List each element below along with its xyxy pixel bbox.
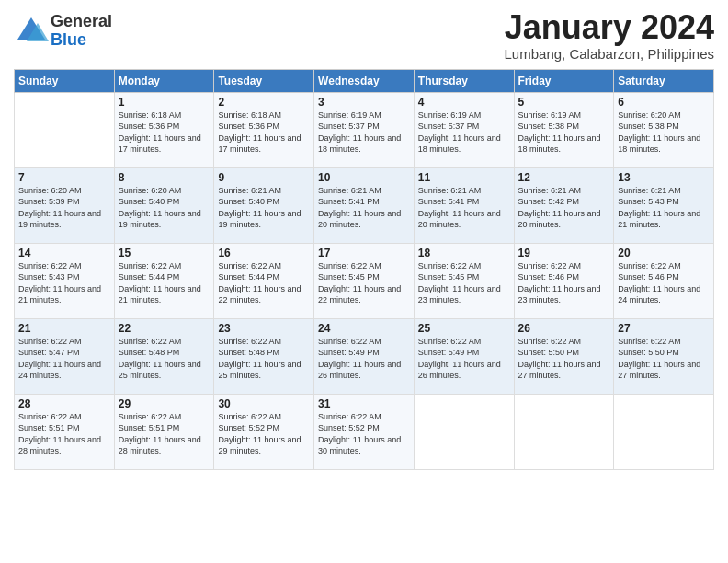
- day-detail: Sunrise: 6:21 AMSunset: 5:40 PMDaylight:…: [218, 185, 310, 231]
- cell-w3-d5: 18 Sunrise: 6:22 AMSunset: 5:45 PMDaylig…: [414, 243, 514, 318]
- day-detail: Sunrise: 6:22 AMSunset: 5:44 PMDaylight:…: [218, 260, 310, 306]
- logo-general-text: General: [51, 13, 112, 31]
- col-wednesday: Wednesday: [314, 69, 415, 92]
- day-detail: Sunrise: 6:21 AMSunset: 5:41 PMDaylight:…: [318, 185, 410, 231]
- day-number: 29: [119, 397, 210, 410]
- col-thursday: Thursday: [414, 69, 514, 92]
- day-number: 16: [218, 247, 310, 259]
- day-detail: Sunrise: 6:18 AMSunset: 5:36 PMDaylight:…: [119, 109, 210, 155]
- month-title: January 2024: [505, 9, 714, 46]
- logo: General Blue: [14, 13, 112, 50]
- day-number: 4: [418, 96, 510, 109]
- day-number: 6: [618, 96, 710, 109]
- cell-w1-d5: 4 Sunrise: 6:19 AMSunset: 5:37 PMDayligh…: [414, 92, 514, 167]
- cell-w2-d3: 9 Sunrise: 6:21 AMSunset: 5:40 PMDayligh…: [214, 167, 314, 243]
- cell-w5-d3: 30 Sunrise: 6:22 AMSunset: 5:52 PMDaylig…: [214, 394, 314, 469]
- week-row-2: 7 Sunrise: 6:20 AMSunset: 5:39 PMDayligh…: [15, 167, 714, 243]
- day-number: 10: [318, 171, 410, 184]
- col-monday: Monday: [114, 69, 214, 92]
- day-number: 27: [618, 322, 710, 335]
- cell-w5-d6: [514, 394, 614, 469]
- day-detail: Sunrise: 6:22 AMSunset: 5:45 PMDaylight:…: [318, 260, 410, 306]
- cell-w4-d5: 25 Sunrise: 6:22 AMSunset: 5:49 PMDaylig…: [414, 318, 514, 394]
- page-container: General Blue January 2024 Lumbang, Calab…: [0, 0, 728, 479]
- cell-w2-d6: 12 Sunrise: 6:21 AMSunset: 5:42 PMDaylig…: [514, 167, 614, 243]
- day-detail: Sunrise: 6:22 AMSunset: 5:50 PMDaylight:…: [618, 336, 710, 382]
- day-number: 22: [119, 322, 210, 335]
- day-number: 1: [119, 96, 210, 109]
- day-number: 3: [318, 96, 410, 109]
- cell-w4-d1: 21 Sunrise: 6:22 AMSunset: 5:47 PMDaylig…: [15, 318, 115, 394]
- day-detail: Sunrise: 6:20 AMSunset: 5:40 PMDaylight:…: [119, 185, 210, 231]
- day-detail: Sunrise: 6:20 AMSunset: 5:38 PMDaylight:…: [618, 109, 710, 155]
- day-number: 17: [318, 247, 410, 259]
- day-detail: Sunrise: 6:22 AMSunset: 5:49 PMDaylight:…: [318, 336, 410, 382]
- cell-w3-d3: 16 Sunrise: 6:22 AMSunset: 5:44 PMDaylig…: [214, 243, 314, 318]
- col-tuesday: Tuesday: [214, 69, 314, 92]
- location: Lumbang, Calabarzon, Philippines: [505, 46, 714, 62]
- week-row-5: 28 Sunrise: 6:22 AMSunset: 5:51 PMDaylig…: [15, 394, 714, 469]
- day-detail: Sunrise: 6:22 AMSunset: 5:52 PMDaylight:…: [318, 411, 410, 457]
- cell-w3-d1: 14 Sunrise: 6:22 AMSunset: 5:43 PMDaylig…: [15, 243, 115, 318]
- day-number: 14: [18, 247, 110, 259]
- cell-w1-d6: 5 Sunrise: 6:19 AMSunset: 5:38 PMDayligh…: [514, 92, 614, 167]
- day-detail: Sunrise: 6:22 AMSunset: 5:46 PMDaylight:…: [518, 260, 610, 306]
- day-number: 28: [18, 397, 110, 410]
- cell-w2-d5: 11 Sunrise: 6:21 AMSunset: 5:41 PMDaylig…: [414, 167, 514, 243]
- day-number: 31: [318, 397, 410, 410]
- cell-w1-d1: [15, 92, 115, 167]
- col-sunday: Sunday: [15, 69, 115, 92]
- cell-w4-d3: 23 Sunrise: 6:22 AMSunset: 5:48 PMDaylig…: [214, 318, 314, 394]
- day-detail: Sunrise: 6:21 AMSunset: 5:41 PMDaylight:…: [418, 185, 510, 231]
- cell-w5-d7: [614, 394, 714, 469]
- col-friday: Friday: [514, 69, 614, 92]
- cell-w1-d3: 2 Sunrise: 6:18 AMSunset: 5:36 PMDayligh…: [214, 92, 314, 167]
- week-row-3: 14 Sunrise: 6:22 AMSunset: 5:43 PMDaylig…: [15, 243, 714, 318]
- day-number: 25: [418, 322, 510, 335]
- title-block: January 2024 Lumbang, Calabarzon, Philip…: [505, 9, 714, 62]
- week-row-1: 1 Sunrise: 6:18 AMSunset: 5:36 PMDayligh…: [15, 92, 714, 167]
- day-number: 5: [518, 96, 610, 109]
- day-number: 19: [518, 247, 610, 259]
- day-detail: Sunrise: 6:22 AMSunset: 5:49 PMDaylight:…: [418, 336, 510, 382]
- calendar-table: Sunday Monday Tuesday Wednesday Thursday…: [14, 69, 714, 470]
- cell-w4-d2: 22 Sunrise: 6:22 AMSunset: 5:48 PMDaylig…: [114, 318, 214, 394]
- day-number: 24: [318, 322, 410, 335]
- day-number: 26: [518, 322, 610, 335]
- day-detail: Sunrise: 6:22 AMSunset: 5:50 PMDaylight:…: [518, 336, 610, 382]
- header: General Blue January 2024 Lumbang, Calab…: [14, 9, 714, 62]
- day-number: 18: [418, 247, 510, 259]
- day-detail: Sunrise: 6:18 AMSunset: 5:36 PMDaylight:…: [218, 109, 310, 155]
- cell-w1-d4: 3 Sunrise: 6:19 AMSunset: 5:37 PMDayligh…: [314, 92, 415, 167]
- day-number: 30: [218, 397, 310, 410]
- day-number: 11: [418, 171, 510, 184]
- day-detail: Sunrise: 6:22 AMSunset: 5:43 PMDaylight:…: [18, 260, 110, 306]
- day-number: 2: [218, 96, 310, 109]
- day-number: 21: [18, 322, 110, 335]
- logo-blue-text: Blue: [51, 31, 112, 50]
- cell-w2-d2: 8 Sunrise: 6:20 AMSunset: 5:40 PMDayligh…: [114, 167, 214, 243]
- cell-w5-d1: 28 Sunrise: 6:22 AMSunset: 5:51 PMDaylig…: [15, 394, 115, 469]
- cell-w2-d1: 7 Sunrise: 6:20 AMSunset: 5:39 PMDayligh…: [15, 167, 115, 243]
- cell-w4-d7: 27 Sunrise: 6:22 AMSunset: 5:50 PMDaylig…: [614, 318, 714, 394]
- day-detail: Sunrise: 6:22 AMSunset: 5:44 PMDaylight:…: [119, 260, 210, 306]
- day-detail: Sunrise: 6:22 AMSunset: 5:52 PMDaylight:…: [218, 411, 310, 457]
- day-detail: Sunrise: 6:19 AMSunset: 5:37 PMDaylight:…: [418, 109, 510, 155]
- day-number: 15: [119, 247, 210, 259]
- day-detail: Sunrise: 6:21 AMSunset: 5:43 PMDaylight:…: [618, 185, 710, 231]
- cell-w4-d4: 24 Sunrise: 6:22 AMSunset: 5:49 PMDaylig…: [314, 318, 415, 394]
- cell-w3-d4: 17 Sunrise: 6:22 AMSunset: 5:45 PMDaylig…: [314, 243, 415, 318]
- day-detail: Sunrise: 6:22 AMSunset: 5:51 PMDaylight:…: [119, 411, 210, 457]
- day-detail: Sunrise: 6:22 AMSunset: 5:45 PMDaylight:…: [418, 260, 510, 306]
- cell-w4-d6: 26 Sunrise: 6:22 AMSunset: 5:50 PMDaylig…: [514, 318, 614, 394]
- col-saturday: Saturday: [614, 69, 714, 92]
- day-detail: Sunrise: 6:22 AMSunset: 5:47 PMDaylight:…: [18, 336, 110, 382]
- logo-icon: [14, 14, 49, 49]
- cell-w3-d2: 15 Sunrise: 6:22 AMSunset: 5:44 PMDaylig…: [114, 243, 214, 318]
- cell-w2-d4: 10 Sunrise: 6:21 AMSunset: 5:41 PMDaylig…: [314, 167, 415, 243]
- cell-w1-d2: 1 Sunrise: 6:18 AMSunset: 5:36 PMDayligh…: [114, 92, 214, 167]
- day-number: 9: [218, 171, 310, 184]
- day-number: 7: [18, 171, 110, 184]
- cell-w1-d7: 6 Sunrise: 6:20 AMSunset: 5:38 PMDayligh…: [614, 92, 714, 167]
- week-row-4: 21 Sunrise: 6:22 AMSunset: 5:47 PMDaylig…: [15, 318, 714, 394]
